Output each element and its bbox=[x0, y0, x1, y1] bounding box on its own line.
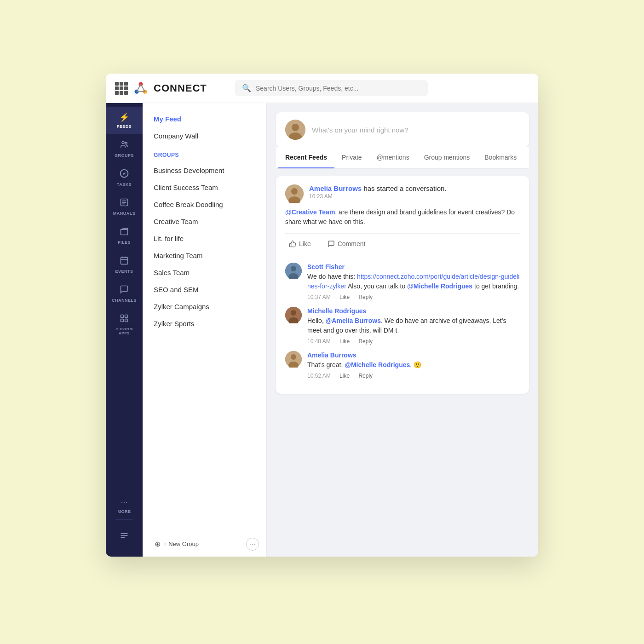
like-label: Like bbox=[299, 240, 311, 247]
nav-item-custom-apps[interactable]: CUSTOMAPPS bbox=[106, 308, 143, 341]
tab-mentions[interactable]: @mentions bbox=[369, 147, 417, 168]
sidebar-footer: ⊕ + New Group ··· bbox=[143, 531, 266, 557]
amelia-avatar-2 bbox=[285, 351, 302, 368]
nav-item-files[interactable]: FILES bbox=[106, 221, 143, 250]
post-header: Amelia Burrows has started a conversatio… bbox=[285, 184, 520, 203]
sidebar-item-creative-team[interactable]: Creative Team bbox=[143, 213, 266, 230]
post-actions: Like Comment bbox=[285, 233, 520, 249]
comment-label: Comment bbox=[338, 240, 366, 247]
header: CONNECT 🔍 bbox=[106, 74, 538, 103]
post-meta: Amelia Burrows has started a conversatio… bbox=[309, 184, 520, 200]
comment-like-button[interactable]: Like bbox=[339, 338, 350, 345]
comment-footer: 10:37 AM · Like · Reply bbox=[307, 294, 520, 300]
hamburger-icon bbox=[120, 531, 129, 542]
comment-mention: @Michelle Rodrigues bbox=[345, 361, 410, 368]
comment-footer: 10:48 AM · Like · Reply bbox=[307, 338, 520, 345]
comment-item: Scott Fisher We do have this: https://co… bbox=[285, 263, 520, 300]
comment-like-button[interactable]: Like bbox=[339, 373, 350, 379]
nav-item-more[interactable]: ··· MORE bbox=[106, 492, 143, 519]
comment-text: We do have this: https://connect.zoho.co… bbox=[307, 272, 520, 291]
grid-menu-icon[interactable] bbox=[115, 82, 128, 95]
comment-author: Scott Fisher bbox=[307, 263, 345, 270]
sidebar-item-zylker-sports[interactable]: Zylker Sports bbox=[143, 315, 266, 332]
nav-label-channels: CHANNELS bbox=[112, 298, 137, 303]
post-author-line: Amelia Burrows has started a conversatio… bbox=[309, 184, 520, 192]
comment-reply-button[interactable]: Reply bbox=[358, 294, 373, 300]
sidebar-item-client-success-team[interactable]: Client Success Team bbox=[143, 179, 266, 196]
comment-time: 10:37 AM bbox=[307, 294, 331, 300]
sidebar-item-seo-sem[interactable]: SEO and SEM bbox=[143, 281, 266, 298]
svg-point-7 bbox=[125, 142, 127, 144]
comments-section: Scott Fisher We do have this: https://co… bbox=[285, 256, 520, 379]
sidebar-item-my-feed[interactable]: My Feed bbox=[143, 110, 266, 127]
comment-time: 10:52 AM bbox=[307, 373, 331, 379]
bottom-nav bbox=[116, 519, 132, 553]
app-title: CONNECT bbox=[154, 82, 207, 94]
more-icon: ··· bbox=[121, 498, 127, 507]
comment-footer: 10:52 AM · Like · Reply bbox=[307, 373, 520, 379]
comment-mention: @Amelia Burrows bbox=[326, 317, 381, 324]
ellipsis-icon: ··· bbox=[250, 540, 255, 548]
plus-circle-icon: ⊕ bbox=[155, 540, 161, 548]
comment-author: Michelle Rodrigues bbox=[307, 307, 366, 315]
comment-reply-button[interactable]: Reply bbox=[358, 373, 373, 379]
comment-button[interactable]: Comment bbox=[324, 238, 369, 249]
sidebar-more-button[interactable]: ··· bbox=[246, 538, 259, 551]
svg-point-35 bbox=[291, 310, 296, 316]
svg-point-6 bbox=[122, 141, 124, 144]
like-button[interactable]: Like bbox=[285, 238, 315, 249]
nav-item-feeds[interactable]: ⚡ FEEDS bbox=[106, 107, 143, 134]
groups-icon bbox=[120, 140, 129, 151]
comment-mention: @Michelle Rodrigues bbox=[407, 282, 472, 290]
nav-label-files: FILES bbox=[118, 240, 131, 245]
comment-like-button[interactable]: Like bbox=[339, 294, 350, 300]
groups-section-label: GROUPS bbox=[143, 144, 266, 162]
svg-rect-19 bbox=[125, 315, 128, 318]
post-action: has started a conversation. bbox=[363, 184, 446, 192]
nav-item-manuals[interactable]: MANUALS bbox=[106, 192, 143, 221]
comment-body: Amelia Burrows That's great, @Michelle R… bbox=[307, 351, 520, 379]
new-group-button[interactable]: ⊕ + New Group bbox=[150, 537, 203, 551]
nav-item-groups[interactable]: GROUPS bbox=[106, 134, 143, 163]
comment-body: Scott Fisher We do have this: https://co… bbox=[307, 263, 520, 300]
tab-bookmarks[interactable]: Bookmarks bbox=[477, 147, 524, 168]
author-name: Amelia Burrows bbox=[309, 184, 362, 192]
comment-text: That's great, @Michelle Rodrigues. 🙂 bbox=[307, 360, 520, 370]
sidebar-item-coffee-break-doodling[interactable]: Coffee Break Doodling bbox=[143, 196, 266, 213]
svg-rect-18 bbox=[121, 315, 124, 318]
tab-private[interactable]: Private bbox=[334, 147, 369, 168]
nav-item-tasks[interactable]: TASKS bbox=[106, 163, 143, 192]
tasks-icon bbox=[120, 169, 129, 180]
comment-time: 10:48 AM bbox=[307, 338, 331, 345]
sidebar-item-sales-team[interactable]: Sales Team bbox=[143, 264, 266, 281]
search-icon: 🔍 bbox=[242, 84, 251, 92]
custom-apps-icon bbox=[120, 314, 129, 325]
sidebar-item-zylker-campaigns[interactable]: Zylker Campaigns bbox=[143, 298, 266, 315]
post-placeholder[interactable]: What's on your mind right now? bbox=[312, 126, 408, 134]
tab-group-mentions[interactable]: Group mentions bbox=[417, 147, 477, 168]
sidebar-item-lit-for-life[interactable]: Lit. for life bbox=[143, 230, 266, 247]
sidebar-list: My Feed Company Wall GROUPS Business Dev… bbox=[143, 103, 267, 557]
svg-rect-14 bbox=[121, 257, 128, 264]
files-icon bbox=[120, 227, 129, 238]
nav-label-more: MORE bbox=[118, 509, 131, 514]
nav-item-events[interactable]: EVENTS bbox=[106, 250, 143, 279]
sidebar-item-marketing-team[interactable]: Marketing Team bbox=[143, 247, 266, 264]
logo-area: CONNECT bbox=[115, 80, 235, 97]
sidebar-item-business-development[interactable]: Business Development bbox=[143, 162, 266, 179]
comment-reply-button[interactable]: Reply bbox=[358, 338, 373, 345]
sidebar-scroll: My Feed Company Wall GROUPS Business Dev… bbox=[143, 103, 266, 531]
comment-body: Michelle Rodrigues Hello, @Amelia Burrow… bbox=[307, 307, 520, 345]
app-window: CONNECT 🔍 ⚡ FEEDS GROUPS bbox=[106, 74, 538, 557]
sidebar-item-company-wall[interactable]: Company Wall bbox=[143, 127, 266, 144]
nav-item-channels[interactable]: CHANNELS bbox=[106, 279, 143, 308]
comment-text: Hello, @Amelia Burrows. We do have an ar… bbox=[307, 316, 520, 335]
sidebar-nav: ⚡ FEEDS GROUPS T bbox=[106, 103, 143, 557]
svg-point-32 bbox=[291, 266, 296, 271]
search-input[interactable] bbox=[256, 85, 420, 92]
nav-label-groups: GROUPS bbox=[115, 153, 134, 158]
svg-point-38 bbox=[291, 354, 296, 360]
tab-recent-feeds[interactable]: Recent Feeds bbox=[278, 147, 334, 168]
hamburger-menu[interactable] bbox=[116, 525, 132, 547]
search-bar[interactable]: 🔍 bbox=[235, 80, 428, 96]
